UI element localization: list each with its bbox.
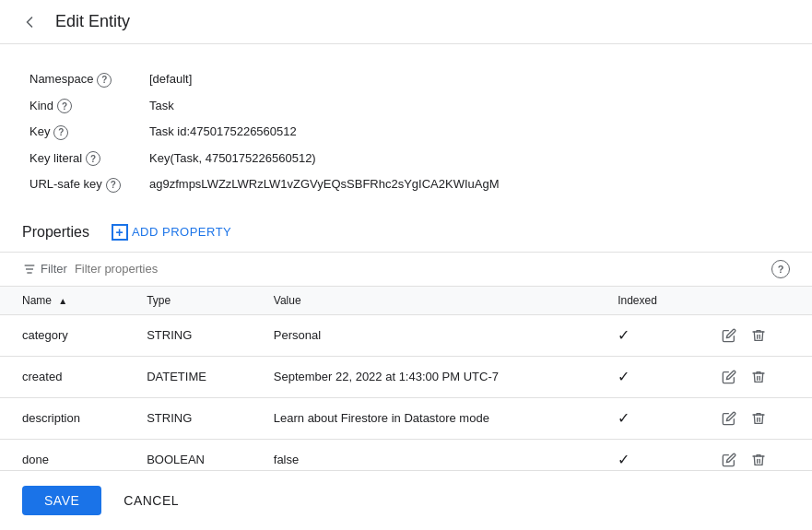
back-button[interactable] (15, 7, 44, 37)
help-icon[interactable]: ? (97, 73, 112, 88)
footer: SAVE CANCEL (0, 470, 812, 530)
save-button[interactable]: SAVE (22, 486, 101, 515)
prop-type: STRING (124, 314, 252, 356)
meta-value: Task id:4750175226560512 (142, 119, 538, 146)
check-icon: ✓ (618, 369, 630, 384)
meta-row: URL-safe key? ag9zfmpsLWZzLWRzLW1vZGVyEQ… (22, 171, 538, 198)
table-row: created DATETIME September 22, 2022 at 1… (0, 356, 812, 397)
meta-value: Key(Task, 4750175226560512) (142, 146, 538, 172)
col-value: Value (252, 287, 595, 315)
meta-key: Kind? (22, 93, 142, 120)
add-property-button[interactable]: + ADD PROPERTY (104, 220, 239, 244)
meta-table: Namespace? [default] Kind? Task Key? Tas… (22, 66, 538, 198)
meta-row: Key literal? Key(Task, 4750175226560512) (22, 146, 538, 172)
meta-key: Namespace? (22, 66, 142, 93)
delete-row-button[interactable] (747, 407, 770, 430)
prop-type: STRING (124, 397, 252, 439)
prop-name: category (0, 314, 124, 356)
meta-key: URL-safe key? (22, 171, 142, 198)
meta-row: Kind? Task (22, 93, 538, 120)
edit-row-button[interactable] (718, 407, 740, 430)
check-icon: ✓ (618, 410, 630, 426)
filter-icon: Filter (22, 262, 67, 277)
prop-value: September 22, 2022 at 1:43:00 PM UTC-7 (252, 356, 595, 397)
help-icon[interactable]: ? (106, 178, 121, 193)
table-row: description STRING Learn about Firestore… (0, 397, 812, 439)
prop-actions (696, 314, 812, 356)
cancel-button[interactable]: CANCEL (116, 486, 186, 515)
prop-type: DATETIME (124, 356, 252, 397)
prop-name: description (0, 397, 124, 439)
meta-value: ag9zfmpsLWZzLWRzLW1vZGVyEQsSBFRhc2sYgICA… (142, 171, 538, 198)
help-icon[interactable]: ? (53, 125, 68, 140)
filter-label: Filter (41, 262, 67, 276)
check-icon: ✓ (618, 452, 630, 467)
edit-row-button[interactable] (718, 366, 740, 388)
prop-actions (696, 397, 812, 439)
page-header: Edit Entity (0, 0, 812, 44)
sort-arrow-name: ▲ (58, 296, 67, 306)
delete-row-button[interactable] (747, 324, 770, 347)
col-actions (696, 287, 812, 315)
table-header-row: Name ▲ Type Value Indexed (0, 287, 812, 315)
meta-row: Key? Task id:4750175226560512 (22, 119, 538, 146)
properties-header: Properties + ADD PROPERTY (0, 213, 812, 252)
delete-row-button[interactable] (747, 449, 770, 471)
col-name[interactable]: Name ▲ (0, 287, 124, 315)
col-type: Type (124, 287, 252, 315)
help-icon[interactable]: ? (57, 99, 72, 113)
table-row: category STRING Personal ✓ (0, 314, 812, 356)
meta-section: Namespace? [default] Kind? Task Key? Tas… (0, 44, 812, 213)
add-icon: + (112, 224, 128, 241)
meta-key: Key literal? (22, 146, 142, 172)
filter-help-icon[interactable]: ? (771, 260, 790, 278)
prop-value: Personal (252, 314, 595, 356)
edit-row-button[interactable] (718, 449, 740, 471)
page-title: Edit Entity (55, 12, 130, 31)
edit-row-button[interactable] (718, 324, 740, 347)
meta-value: Task (142, 93, 538, 120)
prop-name: created (0, 356, 124, 397)
prop-value: Learn about Firestore in Datastore mode (252, 397, 595, 439)
delete-row-button[interactable] (747, 366, 770, 388)
check-icon: ✓ (618, 327, 630, 343)
properties-title: Properties (22, 224, 89, 241)
meta-value: [default] (142, 66, 538, 93)
add-property-label: ADD PROPERTY (132, 225, 231, 239)
filter-input[interactable] (75, 262, 764, 276)
meta-key: Key? (22, 119, 142, 146)
prop-indexed: ✓ (595, 314, 696, 356)
meta-row: Namespace? [default] (22, 66, 538, 93)
prop-indexed: ✓ (595, 356, 696, 397)
prop-indexed: ✓ (595, 397, 696, 439)
filter-bar: Filter ? (0, 252, 812, 287)
help-icon[interactable]: ? (86, 151, 100, 166)
prop-actions (696, 356, 812, 397)
col-indexed: Indexed (595, 287, 696, 315)
